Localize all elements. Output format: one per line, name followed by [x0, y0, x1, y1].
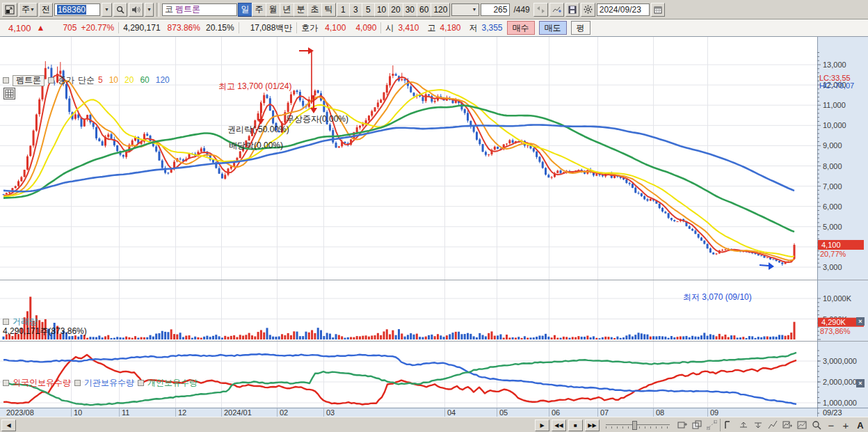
legend-stock-name[interactable]: 펨트론	[13, 75, 45, 86]
low-marker-tool-icon[interactable]	[752, 419, 764, 431]
date-input[interactable]: 2024/09/23	[597, 3, 650, 16]
slider-ticks	[606, 426, 670, 429]
interval-button-60[interactable]: 60	[417, 3, 431, 17]
new-window-icon[interactable]	[676, 419, 689, 431]
compare-button[interactable]	[533, 3, 548, 17]
legend-toggle-icon[interactable]	[3, 319, 9, 325]
period-button-틱[interactable]: 틱	[321, 3, 336, 17]
annotation-dividend-off: 배당락(0.00%)	[229, 141, 283, 151]
prev-stock-label: 전	[42, 3, 50, 15]
code-dropdown-button[interactable]: ▼	[102, 3, 112, 17]
zoom-in-button[interactable]: +	[839, 419, 852, 431]
current-price: 4,100	[8, 23, 31, 33]
sound-alert-button[interactable]	[129, 3, 143, 17]
svg-text:8,000: 8,000	[823, 162, 842, 170]
interval-button-10[interactable]: 10	[374, 3, 389, 17]
interval-button-5[interactable]: 5	[362, 3, 375, 17]
slider-handle[interactable]	[632, 421, 637, 430]
speed-slider[interactable]	[606, 420, 670, 430]
legend-toggle-icon[interactable]	[48, 77, 54, 83]
volume-panel-close-icon[interactable]: ×	[856, 317, 865, 326]
period-button-초[interactable]: 초	[307, 3, 322, 17]
chart-settings-button[interactable]	[581, 3, 595, 17]
zoom-tool-icon[interactable]	[810, 419, 823, 431]
fast-forward-button[interactable]: ▶▶	[585, 419, 600, 431]
period-button-주[interactable]: 주	[252, 3, 266, 17]
interval-button-20[interactable]: 20	[388, 3, 403, 17]
frame-type-dropdown[interactable]: 주 ▼	[19, 3, 38, 17]
svg-text:10,000: 10,000	[823, 121, 846, 129]
rewind-button[interactable]: ◀◀	[552, 419, 566, 431]
grid-tool-icon[interactable]	[3, 88, 15, 102]
sell-button[interactable]: 매도	[539, 21, 567, 35]
separator	[296, 22, 297, 33]
legend-toggle-icon[interactable]	[3, 380, 9, 386]
trendline-tool-button[interactable]	[549, 3, 564, 17]
svg-text:5,000: 5,000	[823, 223, 842, 231]
play-button[interactable]: ▶	[535, 419, 549, 431]
svg-text:07: 07	[600, 408, 609, 417]
volume-legend: 거래량	[3, 317, 38, 327]
copy-window-icon[interactable]	[691, 419, 703, 431]
stock-search-button[interactable]	[113, 3, 127, 17]
bar-count-input[interactable]: 265	[481, 3, 510, 16]
period-button-년[interactable]: 년	[280, 3, 294, 17]
scroll-left-button[interactable]: ◀	[1, 419, 16, 431]
svg-text:09/23: 09/23	[823, 408, 842, 417]
price-legend: 펨트론 종가 단순 5102060120	[3, 75, 170, 86]
bar-count-value: 265	[493, 5, 507, 15]
sound-dropdown-button[interactable]: ▼	[145, 3, 154, 17]
separator	[118, 22, 119, 33]
stop-button[interactable]: ■	[568, 419, 583, 431]
pattern-tool-icon[interactable]	[781, 419, 794, 431]
interval-button-30[interactable]: 30	[403, 3, 417, 17]
stock-name-field[interactable]: 코 펨트론	[162, 3, 237, 16]
holdings-legend-label: 기관보유수량	[84, 378, 134, 388]
save-chart-button[interactable]	[565, 3, 579, 17]
calendar-button[interactable]	[651, 3, 665, 17]
chart-area: 13,00012,00011,00010,0009,0008,0007,0006…	[0, 37, 868, 417]
period-button-월[interactable]: 월	[266, 3, 280, 17]
svg-text:2023/08: 2023/08	[6, 408, 34, 417]
bottom-toolbar: ◀ ▶ ◀◀ ■ ▶▶ − + A	[0, 417, 868, 432]
period-button-분[interactable]: 분	[294, 3, 308, 17]
font-size-button[interactable]: A	[854, 419, 867, 431]
custom-interval-field[interactable]: ▼	[451, 3, 479, 16]
chart-canvas[interactable]: 13,00012,00011,00010,0009,0008,0007,0006…	[0, 37, 868, 417]
legend-toggle-icon[interactable]	[3, 77, 9, 83]
avg-button[interactable]: 평	[571, 21, 590, 35]
period-button-일[interactable]: 일	[238, 3, 252, 17]
prev-stock-button[interactable]: 전	[39, 3, 53, 17]
interval-button-3[interactable]: 3	[349, 3, 362, 17]
ma-legend-10: 10	[109, 76, 118, 86]
trendline-plus-icon	[552, 6, 561, 14]
svg-text:05: 05	[499, 408, 508, 417]
legend-toggle-icon[interactable]	[138, 380, 144, 386]
interval-button-1[interactable]: 1	[337, 3, 350, 17]
price-marker-tool-icon[interactable]	[723, 419, 735, 431]
volume-pct: 873.86%	[168, 23, 200, 33]
stock-code-input[interactable]: 168360	[54, 3, 100, 16]
high-price: 4,180	[440, 23, 460, 33]
speaker-icon	[131, 6, 140, 14]
link-mode-icon[interactable]	[705, 419, 718, 431]
chevron-down-icon: ▼	[147, 7, 152, 12]
holdings-panel-close-icon[interactable]: ×	[856, 379, 865, 387]
svg-text:2024/01: 2024/01	[224, 408, 252, 417]
double-arrow-icon	[536, 6, 545, 14]
zoom-out-button[interactable]: −	[825, 419, 837, 431]
buy-button[interactable]: 매수	[507, 21, 535, 35]
svg-text:13,000: 13,000	[823, 61, 846, 69]
trend-tool-icon[interactable]	[766, 419, 779, 431]
svg-text:7,000: 7,000	[823, 182, 842, 191]
svg-text:11: 11	[122, 408, 129, 417]
chevron-down-icon: ▼	[472, 7, 476, 12]
svg-text:4,290K: 4,290K	[821, 318, 846, 326]
interval-button-120[interactable]: 120	[431, 3, 450, 17]
stock-code-value: 168360	[57, 5, 86, 15]
trade-value: 17,088백만	[250, 22, 293, 34]
snapshot-tool-icon[interactable]	[796, 419, 808, 431]
high-marker-tool-icon[interactable]	[737, 419, 750, 431]
chart-window-icon[interactable]	[2, 3, 17, 17]
legend-toggle-icon[interactable]	[74, 380, 81, 386]
